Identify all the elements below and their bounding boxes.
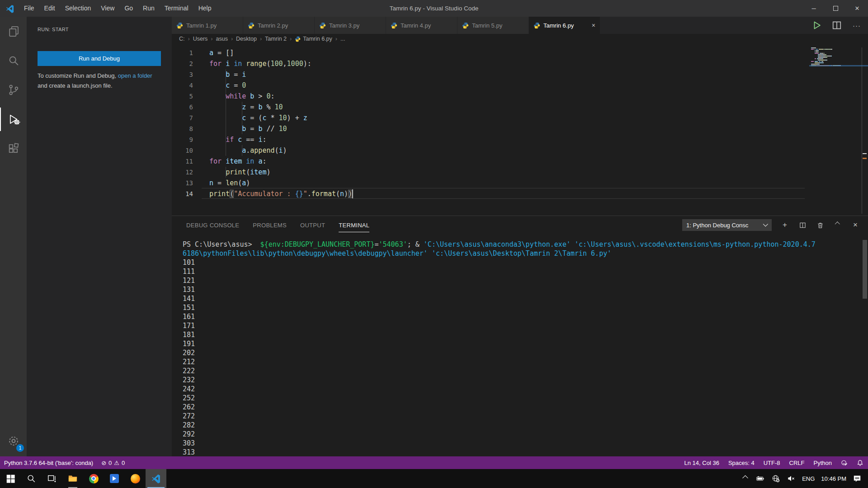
tab-tamrin-1-py[interactable]: Tamrin 1.py <box>172 17 243 34</box>
volume-muted-icon[interactable] <box>787 474 796 483</box>
code-line-4[interactable]: 4 c = 0 <box>172 80 805 91</box>
more-actions-icon[interactable]: ··· <box>852 20 862 30</box>
taskbar-search-icon[interactable] <box>21 469 42 488</box>
tab-tamrin-6-py[interactable]: Tamrin 6.py× <box>529 17 600 34</box>
line-number[interactable]: 2 <box>172 58 193 69</box>
code-editor[interactable]: 1a = []2for i in range(100,1000):3 b = i… <box>172 44 868 216</box>
code-line-14[interactable]: 14print("Accumulator : {}".format(n)) <box>172 188 805 199</box>
code-line-6[interactable]: 6 z = b % 10 <box>172 102 805 113</box>
terminal-output[interactable]: PS C:\Users\asus> ${env:DEBUGPY_LAUNCHER… <box>172 235 861 456</box>
menu-file[interactable]: File <box>19 0 39 17</box>
start-button-icon[interactable] <box>0 469 21 488</box>
line-number[interactable]: 14 <box>172 188 193 199</box>
panel-tab-debug-console[interactable]: DEBUG CONSOLE <box>186 222 239 229</box>
action-center-icon[interactable] <box>853 474 862 483</box>
explorer-icon[interactable] <box>0 19 27 43</box>
terminal-scrollbar[interactable] <box>863 240 867 299</box>
menu-edit[interactable]: Edit <box>39 0 60 17</box>
run-and-debug-button[interactable]: Run and Debug <box>38 51 161 66</box>
run-python-file-icon[interactable] <box>812 20 822 30</box>
minimap[interactable] <box>811 47 862 102</box>
breadcrumb-item[interactable]: Tamrin 2 <box>265 36 287 42</box>
breadcrumb-item[interactable]: Tamrin 6.py <box>295 36 332 42</box>
menu-run[interactable]: Run <box>138 0 160 17</box>
tab-tamrin-3-py[interactable]: Tamrin 3.py <box>315 17 386 34</box>
search-icon[interactable] <box>0 49 27 72</box>
menu-go[interactable]: Go <box>119 0 138 17</box>
code-line-7[interactable]: 7 c = (c * 10) + z <box>172 113 805 123</box>
firefox-icon[interactable] <box>125 469 146 488</box>
panel-tab-problems[interactable]: PROBLEMS <box>253 222 287 229</box>
line-number[interactable]: 9 <box>172 134 193 145</box>
code-line-12[interactable]: 12 print(item) <box>172 167 805 178</box>
code-line-2[interactable]: 2for i in range(100,1000): <box>172 58 805 69</box>
extensions-icon[interactable] <box>0 137 27 160</box>
line-number[interactable]: 8 <box>172 123 193 134</box>
split-terminal-icon[interactable] <box>798 221 807 230</box>
panel-tab-terminal[interactable]: TERMINAL <box>339 222 369 229</box>
kill-terminal-trash-icon[interactable] <box>816 221 825 230</box>
source-control-icon[interactable] <box>0 78 27 102</box>
line-number[interactable]: 13 <box>172 178 193 188</box>
problems-status[interactable]: ⊘ 0 ⚠ 0 <box>97 456 129 469</box>
line-number[interactable]: 1 <box>172 47 193 58</box>
indentation-status[interactable]: Spaces: 4 <box>724 456 759 469</box>
line-number[interactable]: 11 <box>172 156 193 167</box>
menu-selection[interactable]: Selection <box>60 0 96 17</box>
close-tab-icon[interactable]: × <box>592 22 595 29</box>
tab-tamrin-4-py[interactable]: Tamrin 4.py <box>386 17 458 34</box>
settings-gear-icon[interactable]: 1 <box>0 429 27 453</box>
line-number[interactable]: 6 <box>172 102 193 113</box>
menu-view[interactable]: View <box>96 0 119 17</box>
breadcrumb-item[interactable]: Users <box>193 36 208 42</box>
language-mode-status[interactable]: Python <box>809 456 836 469</box>
code-line-13[interactable]: 13n = len(a) <box>172 178 805 188</box>
file-explorer-icon[interactable] <box>62 469 83 488</box>
close-panel-icon[interactable]: × <box>851 221 860 230</box>
tab-tamrin-2-py[interactable]: Tamrin 2.py <box>243 17 315 34</box>
new-terminal-icon[interactable]: + <box>780 221 789 230</box>
tab-tamrin-5-py[interactable]: Tamrin 5.py <box>458 17 529 34</box>
eol-status[interactable]: CRLF <box>785 456 809 469</box>
code-line-9[interactable]: 9 if c == i: <box>172 134 805 145</box>
panel-tab-output[interactable]: OUTPUT <box>300 222 325 229</box>
code-line-3[interactable]: 3 b = i <box>172 69 805 80</box>
clock[interactable]: 10:46 PM <box>821 475 846 482</box>
tray-chevron-up-icon[interactable] <box>741 474 750 483</box>
feedback-smiley-icon[interactable] <box>836 456 852 469</box>
notifications-bell-icon[interactable] <box>852 456 868 469</box>
code-line-11[interactable]: 11for item in a: <box>172 156 805 167</box>
line-number[interactable]: 3 <box>172 69 193 80</box>
cursor-position-status[interactable]: Ln 14, Col 36 <box>680 456 724 469</box>
open-folder-link[interactable]: open a folder <box>118 72 152 79</box>
task-view-icon[interactable] <box>42 469 62 488</box>
encoding-status[interactable]: UTF-8 <box>759 456 785 469</box>
python-interpreter-status[interactable]: Python 3.7.6 64-bit ('base': conda) <box>0 456 97 469</box>
movies-tv-icon[interactable] <box>104 469 125 488</box>
battery-icon[interactable] <box>756 474 765 483</box>
minimize-button[interactable]: ─ <box>803 0 825 17</box>
chrome-icon[interactable] <box>83 469 104 488</box>
input-language-indicator[interactable]: ENG <box>802 475 815 482</box>
line-number[interactable]: 5 <box>172 91 193 102</box>
line-number[interactable]: 10 <box>172 145 193 156</box>
line-number[interactable]: 7 <box>172 113 193 123</box>
breadcrumb-item[interactable]: ... <box>340 36 345 42</box>
breadcrumb-item[interactable]: Desktop <box>236 36 257 42</box>
menu-help[interactable]: Help <box>193 0 217 17</box>
maximize-panel-icon[interactable] <box>833 221 842 230</box>
code-line-8[interactable]: 8 b = b // 10 <box>172 123 805 134</box>
line-number[interactable]: 4 <box>172 80 193 91</box>
menu-terminal[interactable]: Terminal <box>160 0 193 17</box>
line-number[interactable]: 12 <box>172 167 193 178</box>
close-button[interactable]: ✕ <box>846 0 868 17</box>
code-line-10[interactable]: 10 a.append(i) <box>172 145 805 156</box>
code-line-1[interactable]: 1a = [] <box>172 47 805 58</box>
restore-button[interactable] <box>825 0 846 17</box>
network-globe-icon[interactable] <box>771 474 780 483</box>
run-and-debug-icon[interactable] <box>0 108 27 131</box>
terminal-selector-dropdown[interactable]: 1: Python Debug Consc <box>682 219 772 231</box>
split-editor-icon[interactable] <box>832 20 842 30</box>
breadcrumb-item[interactable]: asus <box>216 36 228 42</box>
breadcrumb-item[interactable]: C: <box>179 36 185 42</box>
